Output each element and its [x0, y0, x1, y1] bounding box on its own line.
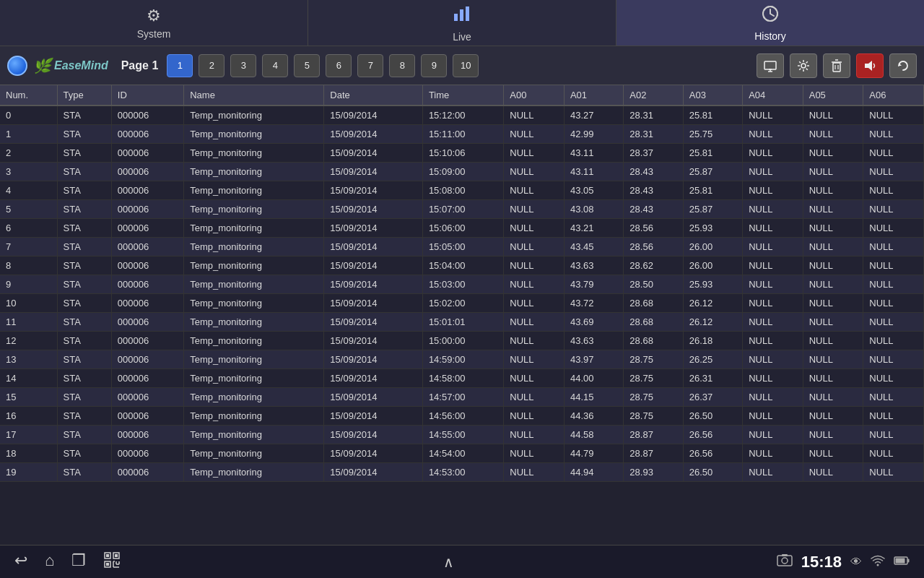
back-button[interactable]: ↩	[14, 551, 27, 573]
cell-8-0: 8	[0, 256, 57, 275]
cell-9-1: STA	[57, 275, 111, 294]
nav-system[interactable]: ⚙ System	[0, 0, 308, 46]
cell-6-1: STA	[57, 219, 111, 238]
cell-9-4: 15/09/2014	[324, 275, 423, 294]
cell-8-12: NULL	[863, 256, 924, 275]
svg-rect-0	[454, 14, 458, 21]
col-date: Date	[324, 85, 423, 105]
cell-8-6: NULL	[504, 256, 565, 275]
page-btn-1[interactable]: 1	[167, 54, 193, 77]
cell-13-12: NULL	[863, 350, 924, 369]
data-table-container: Num. Type ID Name Date Time A00 A01 A02 …	[0, 85, 924, 545]
table-row: 1STA000006Temp_monitoring15/09/201415:11…	[0, 125, 924, 144]
table-row: 12STA000006Temp_monitoring15/09/201415:0…	[0, 332, 924, 350]
cell-6-0: 6	[0, 219, 57, 238]
table-row: 4STA000006Temp_monitoring15/09/201415:08…	[0, 181, 924, 200]
cell-17-5: 14:55:00	[422, 426, 503, 444]
cell-17-0: 17	[0, 426, 57, 444]
cell-15-1: STA	[57, 388, 111, 407]
home-button[interactable]: ⌂	[45, 551, 54, 573]
page-btn-2[interactable]: 2	[199, 54, 225, 77]
cell-2-0: 2	[0, 144, 57, 163]
page-btn-8[interactable]: 8	[389, 54, 415, 77]
cell-4-3: Temp_monitoring	[184, 181, 324, 200]
table-row: 9STA000006Temp_monitoring15/09/201415:03…	[0, 275, 924, 294]
page-btn-3[interactable]: 3	[230, 54, 256, 77]
table-row: 8STA000006Temp_monitoring15/09/201415:04…	[0, 256, 924, 275]
cell-5-10: NULL	[743, 200, 803, 219]
cell-6-4: 15/09/2014	[324, 219, 423, 238]
window-button[interactable]: ❐	[71, 551, 86, 573]
cell-17-10: NULL	[743, 426, 803, 444]
refresh-tool-button[interactable]	[889, 53, 917, 78]
cell-19-6: NULL	[504, 463, 565, 482]
page-label: Page 1	[121, 59, 159, 72]
cell-19-5: 14:53:00	[422, 463, 503, 482]
page-btn-5[interactable]: 5	[294, 54, 320, 77]
cell-1-4: 15/09/2014	[324, 125, 423, 144]
history-icon	[761, 4, 780, 27]
cell-7-0: 7	[0, 238, 57, 256]
page-btn-6[interactable]: 6	[326, 54, 352, 77]
cell-12-3: Temp_monitoring	[184, 332, 324, 350]
bottom-nav-left: ↩ ⌂ ❐	[14, 551, 121, 573]
svg-point-30	[782, 558, 788, 564]
nav-history[interactable]: History	[616, 0, 924, 46]
cell-4-1: STA	[57, 181, 111, 200]
cell-0-6: NULL	[504, 105, 565, 125]
cell-5-4: 15/09/2014	[324, 200, 423, 219]
cell-5-1: STA	[57, 200, 111, 219]
page-btn-10[interactable]: 10	[453, 54, 479, 77]
screen-tool-button[interactable]	[757, 53, 784, 78]
cell-2-1: STA	[57, 144, 111, 163]
cell-5-9: 25.87	[683, 200, 742, 219]
cell-13-7: 43.97	[564, 350, 623, 369]
cell-2-12: NULL	[863, 144, 924, 163]
cell-10-10: NULL	[743, 294, 803, 313]
qr-button[interactable]	[103, 551, 121, 573]
cell-9-3: Temp_monitoring	[184, 275, 324, 294]
delete-tool-button[interactable]	[823, 53, 850, 78]
bottom-status-right: 15:18 👁	[777, 553, 910, 571]
cell-12-1: STA	[57, 332, 111, 350]
cell-9-10: NULL	[743, 275, 803, 294]
cell-8-1: STA	[57, 256, 111, 275]
scroll-up-button[interactable]: ∧	[443, 553, 454, 571]
cell-13-3: Temp_monitoring	[184, 350, 324, 369]
cell-1-3: Temp_monitoring	[184, 125, 324, 144]
cell-0-11: NULL	[803, 105, 863, 125]
settings-tool-button[interactable]	[790, 53, 817, 78]
cell-13-11: NULL	[803, 350, 863, 369]
nav-live[interactable]: Live	[308, 0, 616, 46]
top-navigation: ⚙ System Live History	[0, 0, 924, 46]
cell-10-4: 15/09/2014	[324, 294, 423, 313]
cell-11-8: 28.68	[624, 313, 683, 332]
volume-tool-button[interactable]	[856, 53, 884, 78]
cell-1-1: STA	[57, 125, 111, 144]
cell-9-11: NULL	[803, 275, 863, 294]
cell-2-4: 15/09/2014	[324, 144, 423, 163]
cell-18-9: 26.56	[683, 444, 742, 463]
cell-16-2: 000006	[111, 407, 183, 426]
cell-3-2: 000006	[111, 163, 183, 181]
cell-10-2: 000006	[111, 294, 183, 313]
cell-15-10: NULL	[743, 388, 803, 407]
svg-rect-31	[782, 554, 788, 556]
cell-18-10: NULL	[743, 444, 803, 463]
page-btn-9[interactable]: 9	[421, 54, 447, 77]
cell-15-11: NULL	[803, 388, 863, 407]
page-btn-4[interactable]: 4	[262, 54, 288, 77]
cell-13-6: NULL	[504, 350, 565, 369]
cell-14-11: NULL	[803, 369, 863, 388]
cell-18-3: Temp_monitoring	[184, 444, 324, 463]
cell-14-7: 44.00	[564, 369, 623, 388]
col-a02: A02	[624, 85, 683, 105]
table-row: 16STA000006Temp_monitoring15/09/201414:5…	[0, 407, 924, 426]
eye-status-icon: 👁	[850, 556, 862, 569]
cell-19-2: 000006	[111, 463, 183, 482]
col-time: Time	[422, 85, 503, 105]
page-btn-7[interactable]: 7	[357, 54, 383, 77]
cell-6-9: 25.93	[683, 219, 742, 238]
cell-15-8: 28.75	[624, 388, 683, 407]
cell-7-6: NULL	[504, 238, 565, 256]
